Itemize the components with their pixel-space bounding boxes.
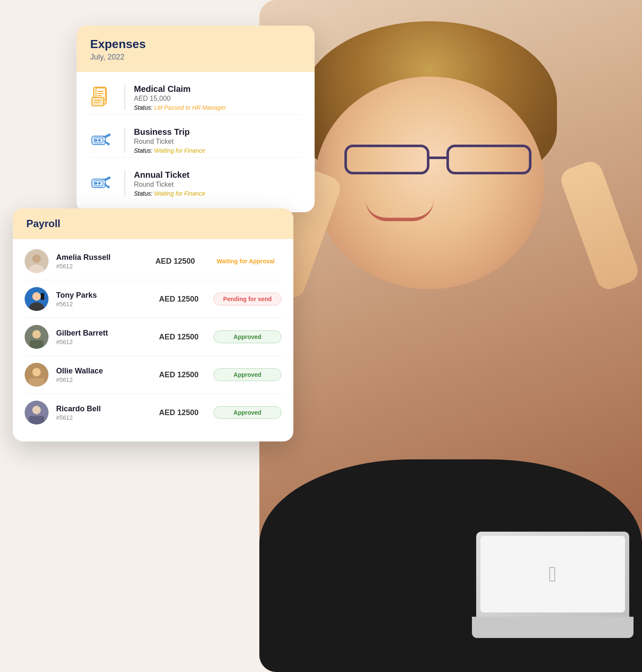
person-name: Ricardo Bell [56,404,151,413]
svg-rect-25 [30,340,43,349]
status-badge-waiting: Waiting for Approval [210,255,281,267]
expense-name: Business Trip [134,127,303,137]
person-name: Gilbert Barrett [56,329,151,338]
svg-rect-22 [41,293,44,300]
expense-status: Status: Waiting for Finance [134,190,303,197]
expense-status: Status: Waiting for Finance [134,147,303,154]
person-name: Ollie Wallace [56,367,151,376]
status-badge-approved-3: Approved [213,406,281,419]
status-value: Waiting for Finance [154,147,205,154]
payroll-person-gilbert: Gilbert Barrett #5612 [56,329,151,345]
svg-point-24 [32,330,41,339]
svg-point-14 [95,182,97,185]
payroll-person-ollie: Ollie Wallace #5612 [56,367,151,383]
expense-item-business-trip: Business Trip Round Ticket Status: Waiti… [88,123,303,158]
expense-amount: Round Ticket [134,138,303,145]
expenses-card-header: Expenses July, 2022 [77,26,315,72]
person-id: #5612 [56,339,151,345]
payroll-row-gilbert: Gilbert Barrett #5612 AED 12500 Approved [25,318,281,356]
svg-point-17 [32,254,41,263]
expense-status: Status: LM Passed to HR Manager [134,104,303,111]
payroll-amount: AED 12500 [159,370,206,379]
payroll-amount: AED 12500 [155,257,202,266]
medical-document-icon [88,84,116,111]
person-id: #5612 [56,301,151,308]
svg-rect-31 [29,416,44,424]
expense-divider [124,85,125,110]
status-badge-pending: Pending for send [213,293,281,305]
expenses-card: Expenses July, 2022 Medical Claim [77,26,315,212]
svg-point-20 [32,292,41,301]
status-value: LM Passed to HR Manager [154,104,226,111]
payroll-card-header: Payroll [13,208,293,239]
svg-point-27 [32,368,41,376]
status-label: Status: [134,104,153,111]
svg-point-10 [95,139,97,142]
status-badge-approved-1: Approved [213,330,281,343]
expense-amount: AED 15,000 [134,95,303,103]
expense-name: Medical Claim [134,84,303,94]
expenses-body: Medical Claim AED 15,000 Status: LM Pass… [77,72,315,212]
person-id: #5612 [56,376,151,383]
expense-item-annual-ticket: Annual Ticket Round Ticket Status: Waiti… [88,166,303,200]
person-id: #5612 [56,414,151,421]
svg-point-15 [98,182,101,185]
person-name: Tony Parks [56,291,151,300]
expense-divider [124,128,125,153]
svg-rect-28 [29,378,44,387]
payroll-amount: AED 12500 [159,333,206,342]
payroll-person-tony: Tony Parks #5612 [56,291,151,308]
payroll-card: Payroll Amelia Russell #5612 AED 12500 W… [13,208,293,441]
expense-details-medical: Medical Claim AED 15,000 Status: LM Pass… [134,84,303,111]
payroll-body: Amelia Russell #5612 AED 12500 Waiting f… [13,239,293,441]
expense-amount: Round Ticket [134,181,303,188]
avatar-ollie [25,363,48,387]
avatar-gilbert [25,325,48,349]
avatar-ricardo [25,401,48,424]
status-badge-approved-2: Approved [213,368,281,381]
payroll-amount: AED 12500 [159,408,206,417]
status-label: Status: [134,147,153,154]
payroll-person-amelia: Amelia Russell #5612 [56,253,148,270]
plane-ticket-icon-2 [88,170,116,197]
status-value: Waiting for Finance [154,190,205,197]
expenses-title: Expenses [90,37,301,51]
svg-point-11 [98,139,101,142]
payroll-title: Payroll [26,218,280,230]
svg-point-30 [32,406,41,414]
background-photo:  [259,0,642,672]
expense-divider [124,171,125,196]
person-id: #5612 [56,263,148,270]
payroll-row-ricardo: Ricardo Bell #5612 AED 12500 Approved [25,394,281,431]
payroll-amount: AED 12500 [159,295,206,304]
avatar-tony [25,287,48,311]
person-name: Amelia Russell [56,253,148,262]
expense-details-business: Business Trip Round Ticket Status: Waiti… [134,127,303,154]
payroll-row-tony: Tony Parks #5612 AED 12500 Pending for s… [25,280,281,318]
payroll-row-amelia: Amelia Russell #5612 AED 12500 Waiting f… [25,242,281,280]
expense-details-annual: Annual Ticket Round Ticket Status: Waiti… [134,170,303,197]
expenses-subtitle: July, 2022 [90,53,301,62]
status-label: Status: [134,190,153,197]
expense-name: Annual Ticket [134,170,303,180]
expense-item-medical: Medical Claim AED 15,000 Status: LM Pass… [88,80,303,115]
svg-rect-5 [92,97,104,106]
payroll-row-ollie: Ollie Wallace #5612 AED 12500 Approved [25,356,281,394]
avatar-amelia [25,249,48,273]
plane-ticket-icon-1 [88,127,116,154]
payroll-person-ricardo: Ricardo Bell #5612 [56,404,151,421]
